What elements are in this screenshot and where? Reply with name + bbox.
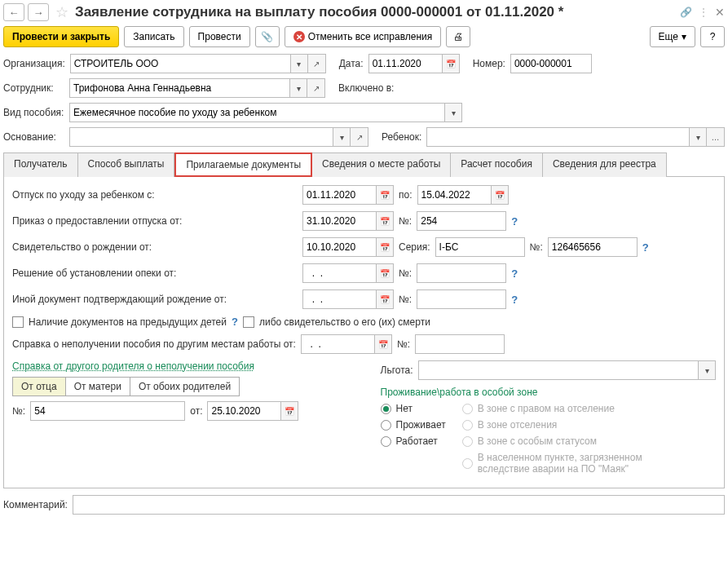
- tab-calculation[interactable]: Расчет пособия: [451, 152, 543, 177]
- calendar-icon[interactable]: 📅: [491, 185, 509, 205]
- basis-dropdown[interactable]: ▾: [333, 127, 351, 147]
- from-father-toggle[interactable]: От отца: [12, 377, 66, 396]
- basis-open[interactable]: ↗: [351, 127, 368, 147]
- calendar-icon[interactable]: 📅: [280, 401, 298, 421]
- help-icon[interactable]: ?: [642, 241, 649, 254]
- zone-mayak-radio: [462, 458, 473, 469]
- calendar-icon[interactable]: 📅: [376, 237, 394, 257]
- other-doc-label: Иной документ подтверждающий рождение от…: [12, 294, 298, 305]
- employee-open[interactable]: ↗: [307, 78, 325, 98]
- other-doc-num-input[interactable]: [417, 289, 506, 309]
- calendar-icon[interactable]: 📅: [376, 289, 394, 309]
- benefit-dropdown[interactable]: ▾: [444, 103, 462, 122]
- attach-button[interactable]: 📎: [255, 26, 280, 47]
- benefit-type-label: Вид пособия:: [3, 107, 64, 118]
- privilege-dropdown[interactable]: ▾: [698, 360, 716, 380]
- prev-children-checkbox[interactable]: [12, 316, 24, 328]
- leave-to-input[interactable]: [417, 185, 491, 205]
- order-date-input[interactable]: [302, 211, 376, 231]
- paperclip-icon: 📎: [261, 31, 273, 42]
- employee-dropdown[interactable]: ▾: [289, 78, 307, 98]
- birth-cert-label: Свидетельство о рождении от:: [12, 241, 298, 253]
- submit-close-button[interactable]: Провести и закрыть: [3, 26, 119, 47]
- forward-button[interactable]: →: [28, 3, 49, 21]
- included-label: Включено в:: [338, 82, 394, 94]
- ref-num-input[interactable]: [30, 401, 185, 421]
- org-open[interactable]: ↗: [308, 54, 326, 73]
- zone-lives-radio[interactable]: [381, 420, 391, 431]
- privilege-input[interactable]: [418, 360, 698, 380]
- birth-date-input[interactable]: [302, 237, 376, 257]
- to-label: по:: [399, 189, 413, 201]
- order-label: Приказ о предоставлении отпуска от:: [12, 215, 298, 227]
- employee-label: Сотрудник:: [3, 82, 64, 94]
- star-icon[interactable]: ☆: [55, 3, 68, 21]
- employee-input[interactable]: [69, 78, 289, 98]
- order-num-input[interactable]: [417, 211, 506, 231]
- zone-special-label: В зоне с особым статусом: [478, 435, 597, 447]
- no-benefit-num-input[interactable]: [415, 334, 505, 354]
- submit-button[interactable]: Провести: [189, 26, 250, 47]
- leave-from-label: Отпуск по уходу за ребенком с:: [12, 189, 298, 201]
- birth-num-input[interactable]: [548, 237, 638, 257]
- tab-content: Отпуск по уходу за ребенком с: 📅 по: 📅 П…: [3, 176, 725, 488]
- number-input[interactable]: [510, 54, 592, 73]
- num-label: №:: [399, 215, 412, 227]
- ref-date-input[interactable]: [207, 401, 280, 421]
- close-icon[interactable]: ✕: [715, 6, 725, 19]
- date-input[interactable]: [368, 54, 442, 73]
- from-both-toggle[interactable]: От обоих родителей: [130, 377, 240, 396]
- death-cert-checkbox[interactable]: [243, 316, 254, 328]
- help-icon[interactable]: ?: [511, 267, 518, 280]
- benefit-type-input[interactable]: [69, 103, 444, 122]
- calendar-icon[interactable]: 📅: [376, 211, 394, 231]
- death-cert-label: либо свидетельство о его (их) смерти: [259, 316, 430, 328]
- child-input[interactable]: [426, 127, 689, 147]
- tab-registry[interactable]: Сведения для реестра: [543, 152, 667, 177]
- other-doc-date-input[interactable]: [302, 289, 376, 309]
- zone-no-radio[interactable]: [381, 404, 391, 414]
- zone-lives-label: Проживает: [396, 419, 446, 431]
- help-button[interactable]: ?: [700, 26, 725, 47]
- tab-payment[interactable]: Способ выплаты: [78, 152, 175, 177]
- num-label: №:: [399, 294, 412, 305]
- num-label: №:: [12, 405, 25, 417]
- org-input[interactable]: [70, 54, 290, 73]
- calendar-icon[interactable]: 📅: [376, 263, 394, 283]
- series-label: Серия:: [399, 241, 430, 253]
- child-label: Ребенок:: [382, 131, 421, 143]
- help-icon[interactable]: ?: [511, 294, 518, 306]
- number-label: Номер:: [473, 58, 505, 69]
- no-benefit-date-input[interactable]: [301, 334, 374, 354]
- org-dropdown[interactable]: ▾: [290, 54, 308, 73]
- leave-from-input[interactable]: [302, 185, 376, 205]
- date-picker[interactable]: 📅: [442, 54, 460, 73]
- child-clear[interactable]: …: [707, 127, 725, 147]
- basis-input[interactable]: [69, 127, 333, 147]
- zone-works-radio[interactable]: [381, 436, 391, 447]
- custody-num-input[interactable]: [417, 263, 506, 283]
- child-dropdown[interactable]: ▾: [689, 127, 707, 147]
- cancel-corrections-button[interactable]: ✕Отменить все исправления: [285, 26, 442, 47]
- back-button[interactable]: ←: [3, 3, 24, 21]
- other-parent-link[interactable]: Справка от другого родителя о неполучени…: [12, 360, 254, 372]
- birth-series-input[interactable]: [435, 237, 525, 257]
- zone-special-radio: [462, 436, 473, 447]
- calendar-icon[interactable]: 📅: [376, 185, 394, 205]
- tab-recipient[interactable]: Получатель: [3, 152, 78, 177]
- ref-date-label: от:: [190, 405, 202, 417]
- tab-workplace[interactable]: Сведения о месте работы: [312, 152, 451, 177]
- print-button[interactable]: 🖨: [446, 26, 470, 47]
- help-icon[interactable]: ?: [232, 316, 238, 328]
- tab-documents[interactable]: Прилагаемые документы: [174, 152, 312, 177]
- menu-icon[interactable]: ⋮: [699, 7, 708, 18]
- zone-right-label: В зоне с правом на отселение: [478, 403, 615, 414]
- custody-date-input[interactable]: [302, 263, 376, 283]
- help-icon[interactable]: ?: [511, 215, 518, 228]
- calendar-icon[interactable]: 📅: [374, 334, 392, 354]
- comment-input[interactable]: [73, 495, 725, 515]
- more-button[interactable]: Еще ▾: [650, 26, 695, 47]
- from-mother-toggle[interactable]: От матери: [66, 377, 130, 396]
- save-button[interactable]: Записать: [124, 26, 183, 47]
- link-icon[interactable]: 🔗: [680, 7, 692, 18]
